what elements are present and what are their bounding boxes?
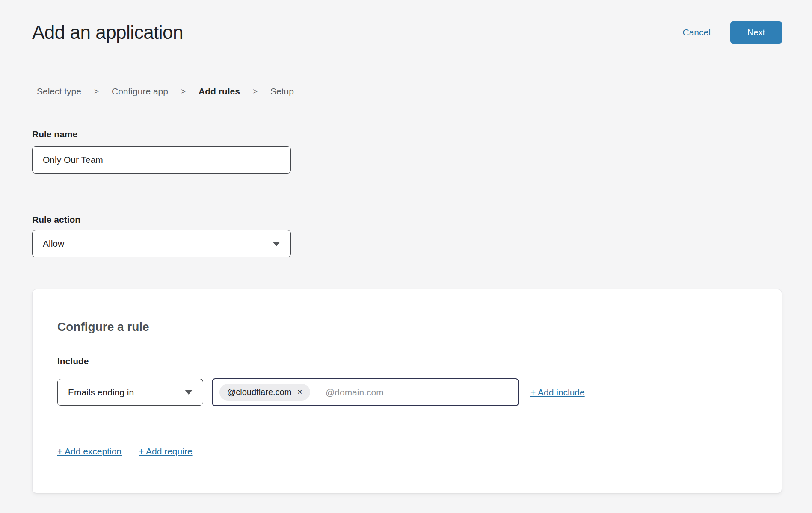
next-button[interactable]: Next	[730, 21, 782, 44]
breadcrumb-separator-icon: >	[181, 87, 186, 96]
breadcrumb-separator-icon: >	[253, 87, 258, 96]
card-links-row: + Add exception + Add require	[57, 446, 757, 457]
page-header: Add an application Cancel Next	[32, 0, 782, 44]
rule-name-input[interactable]	[32, 146, 291, 174]
email-domains-tag-input[interactable]: @cloudflare.com ✕	[212, 378, 519, 406]
rule-action-selected-value: Allow	[43, 239, 64, 249]
header-actions: Cancel Next	[683, 21, 782, 44]
configure-rule-card: Configure a rule Include Emails ending i…	[32, 289, 782, 493]
breadcrumb-separator-icon: >	[94, 87, 99, 96]
include-type-select[interactable]: Emails ending in	[57, 379, 203, 406]
tag-chip-label: @cloudflare.com	[227, 387, 291, 397]
rule-card-title: Configure a rule	[57, 320, 757, 334]
breadcrumb: Select type > Configure app > Add rules …	[37, 86, 782, 97]
add-exception-link[interactable]: + Add exception	[57, 446, 122, 457]
rule-name-label: Rule name	[32, 129, 782, 139]
breadcrumb-select-type[interactable]: Select type	[37, 86, 81, 97]
tag-chip: @cloudflare.com ✕	[219, 384, 310, 401]
add-require-link[interactable]: + Add require	[139, 446, 193, 457]
breadcrumb-configure-app[interactable]: Configure app	[112, 86, 168, 97]
add-include-link[interactable]: + Add include	[530, 387, 585, 398]
tag-entry-input[interactable]	[326, 387, 511, 398]
include-label: Include	[57, 356, 757, 366]
include-controls-row: Emails ending in @cloudflare.com ✕ + Add…	[57, 378, 757, 406]
remove-tag-icon[interactable]: ✕	[297, 389, 302, 395]
page-content: Add an application Cancel Next Select ty…	[0, 0, 812, 493]
page-title: Add an application	[32, 22, 183, 43]
rule-action-select[interactable]: Allow	[32, 230, 291, 257]
caret-down-icon	[273, 242, 280, 246]
rule-action-label: Rule action	[32, 215, 782, 225]
breadcrumb-add-rules: Add rules	[199, 86, 240, 97]
cancel-button[interactable]: Cancel	[683, 27, 711, 38]
include-type-selected-value: Emails ending in	[68, 387, 134, 398]
breadcrumb-setup[interactable]: Setup	[270, 86, 294, 97]
caret-down-icon	[185, 390, 193, 395]
